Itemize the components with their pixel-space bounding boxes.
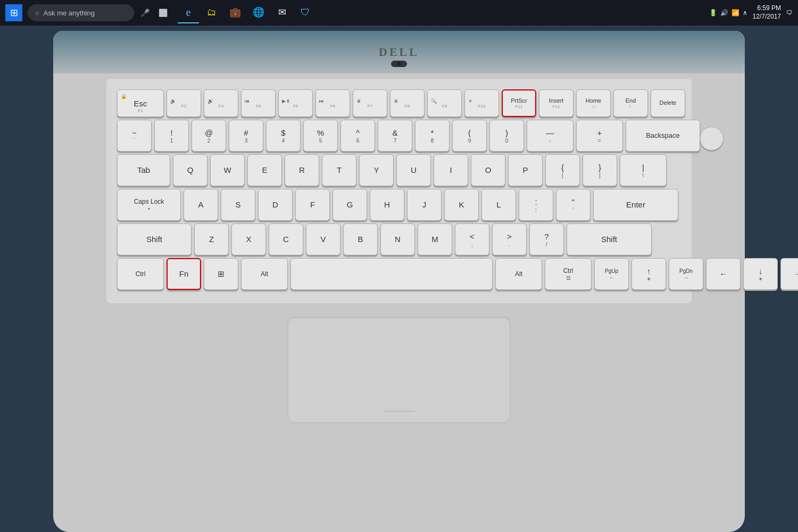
key-f10[interactable]: ☀ F10 [464, 89, 499, 117]
key-home[interactable]: Home ↑⌂ [576, 89, 611, 117]
key-down[interactable]: ↓ ☀ [743, 258, 778, 290]
key-bracket-close[interactable]: } ] [583, 154, 617, 186]
search-placeholder: Ask me anything [44, 9, 95, 17]
key-caps-lock[interactable]: Caps Lock • [117, 189, 181, 221]
key-n[interactable]: N [380, 223, 415, 255]
key-b[interactable]: B [343, 223, 378, 255]
key-up[interactable]: ↑ ☀ [631, 258, 666, 290]
key-f3[interactable]: 🔊 F3 [204, 89, 238, 117]
key-fn[interactable]: Fn [167, 258, 201, 290]
key-quote[interactable]: " ' [556, 189, 591, 221]
taskbar-edge[interactable]: e [178, 2, 199, 23]
start-button[interactable]: ⊞ [5, 4, 22, 21]
key-minus[interactable]: — - [527, 120, 573, 152]
key-left-alt[interactable]: Alt [241, 258, 288, 290]
chevron-icon[interactable]: ∧ [743, 9, 747, 16]
key-slash[interactable]: ? / [529, 223, 564, 255]
key-q[interactable]: Q [173, 154, 207, 186]
key-tilde[interactable]: ~ ` [117, 120, 152, 152]
key-u[interactable]: U [396, 154, 431, 186]
key-m[interactable]: M [418, 223, 452, 255]
key-2[interactable]: @ 2 [192, 120, 226, 152]
key-a[interactable]: A [184, 189, 218, 221]
power-button[interactable] [700, 127, 724, 151]
shift-row: Shift Z X C V B N M < , > . ? / Shift [117, 223, 681, 255]
key-left-shift[interactable]: Shift [117, 223, 192, 255]
key-semicolon[interactable]: : ; [519, 189, 553, 221]
key-left[interactable]: ← [706, 258, 741, 290]
key-esc[interactable]: 🔒 Esc F1 [117, 89, 164, 117]
key-pgdn[interactable]: PgDn → [669, 258, 703, 290]
key-h[interactable]: H [370, 189, 404, 221]
key-0[interactable]: ) 0 [489, 120, 524, 152]
key-s[interactable]: S [221, 189, 255, 221]
key-bracket-open[interactable]: { [ [545, 154, 580, 186]
key-4[interactable]: $ 4 [266, 120, 301, 152]
key-f11-prtscr[interactable]: PrtScr F11 [502, 89, 536, 117]
key-period[interactable]: > . [492, 223, 527, 255]
key-end[interactable]: End ☾ [613, 89, 648, 117]
key-c[interactable]: C [269, 223, 303, 255]
key-f4[interactable]: ⏮ F4 [241, 89, 276, 117]
key-z[interactable]: Z [194, 223, 229, 255]
key-right[interactable]: → [780, 258, 798, 290]
taskbar-briefcase[interactable]: 💼 [225, 2, 246, 23]
key-5[interactable]: % 5 [303, 120, 338, 152]
key-j[interactable]: J [407, 189, 442, 221]
key-pgup[interactable]: PgUp ← [594, 258, 629, 290]
key-1[interactable]: ! 1 [154, 120, 189, 152]
trackpad[interactable] [287, 317, 511, 423]
date-display: 12/7/2017 [753, 13, 781, 21]
key-right-ctrl[interactable]: Ctrl ☰ [545, 258, 592, 290]
key-k[interactable]: K [444, 189, 479, 221]
home-row: Caps Lock • A S D F G H J K L : ; " ' En… [117, 189, 681, 221]
key-right-alt[interactable]: Alt [495, 258, 542, 290]
key-v[interactable]: V [306, 223, 340, 255]
key-f7[interactable]: 🖥 F7 [353, 89, 387, 117]
key-comma[interactable]: < , [455, 223, 489, 255]
key-d[interactable]: D [258, 189, 293, 221]
key-8[interactable]: * 8 [415, 120, 450, 152]
key-tab[interactable]: Tab [117, 154, 170, 186]
key-right-shift[interactable]: Shift [567, 223, 652, 255]
key-f6[interactable]: ⏭ F6 [315, 89, 350, 117]
fn-row: 🔒 Esc F1 🔉 F2 🔊 F3 ⏮ F4 ▶⏸ F5 ⏭ [117, 89, 681, 117]
taskbar-mail[interactable]: ✉ [271, 2, 293, 23]
key-f8[interactable]: 🖥 F8 [390, 89, 425, 117]
key-equals[interactable]: + = [576, 120, 623, 152]
key-f5[interactable]: ▶⏸ F5 [278, 89, 313, 117]
task-view-icon[interactable]: ⬜ [155, 5, 170, 20]
key-r[interactable]: R [285, 154, 319, 186]
search-bar[interactable]: ○ Ask me anything [28, 4, 134, 21]
key-w[interactable]: W [210, 154, 245, 186]
key-p[interactable]: P [508, 154, 543, 186]
key-backslash[interactable]: | \ [620, 154, 667, 186]
cortana-icon[interactable]: 🎤 [137, 5, 152, 20]
key-i[interactable]: I [434, 154, 468, 186]
key-delete[interactable]: Delete [651, 89, 685, 117]
key-left-ctrl[interactable]: Ctrl [117, 258, 164, 290]
key-f9[interactable]: 🔍 F9 [427, 89, 462, 117]
key-7[interactable]: & 7 [378, 120, 412, 152]
key-e[interactable]: E [247, 154, 282, 186]
key-win[interactable]: ⊞ [204, 258, 238, 290]
key-6[interactable]: ^ 6 [340, 120, 375, 152]
key-f2[interactable]: 🔉 F2 [167, 89, 201, 117]
key-o[interactable]: O [471, 154, 505, 186]
notifications-icon[interactable]: 🗨 [786, 9, 793, 16]
key-spacebar[interactable] [290, 258, 493, 290]
key-backspace[interactable]: Backspace [626, 120, 700, 152]
taskbar-explorer[interactable]: 🗂 [201, 2, 222, 23]
key-f12-insert[interactable]: Insert F12 [539, 89, 573, 117]
taskbar-shield[interactable]: 🛡 [295, 2, 316, 23]
key-3[interactable]: # 3 [229, 120, 263, 152]
key-enter[interactable]: Enter [593, 189, 678, 221]
key-x[interactable]: X [231, 223, 266, 255]
key-g[interactable]: G [332, 189, 367, 221]
key-l[interactable]: L [481, 189, 516, 221]
taskbar-globe[interactable]: 🌐 [248, 2, 269, 23]
key-t[interactable]: T [322, 154, 356, 186]
key-9[interactable]: ( 9 [452, 120, 487, 152]
key-f[interactable]: F [295, 189, 330, 221]
key-y[interactable]: Y [359, 154, 394, 186]
